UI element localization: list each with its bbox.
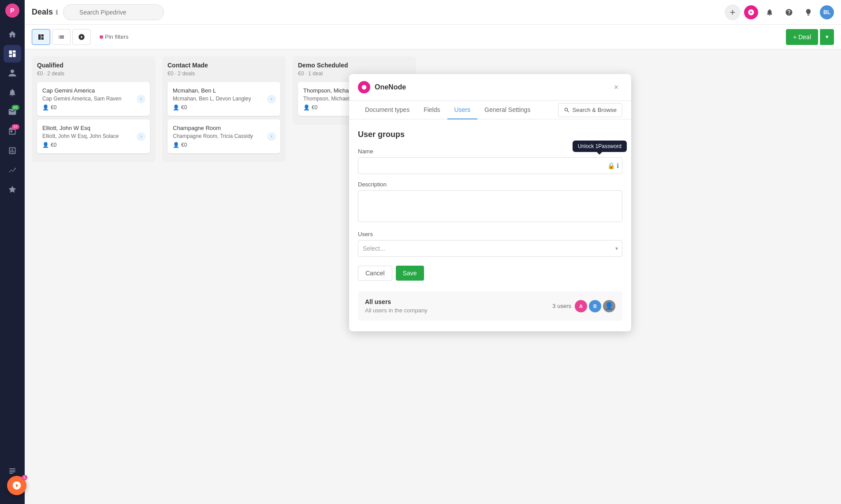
all-users-card[interactable]: All users All users in the company 3 use… (358, 291, 622, 321)
save-button[interactable]: Save (396, 266, 424, 281)
sidebar-floater-button[interactable]: 5 (7, 476, 26, 495)
description-label: Description (358, 181, 622, 188)
column-qualified: Qualified €0 · 2 deals Cap Gemini Americ… (32, 56, 155, 162)
column-meta: €0 · 2 deals (167, 70, 280, 77)
deal-arrow: › (137, 95, 145, 104)
activity-view-button[interactable] (72, 29, 91, 45)
notifications-icon[interactable] (762, 4, 778, 20)
topbar: Deals ℹ 🔍 BL (25, 0, 841, 25)
search-input[interactable] (63, 4, 164, 20)
add-button[interactable] (725, 4, 741, 20)
boards-wrap: Qualified €0 · 2 deals Cap Gemini Americ… (25, 49, 841, 504)
deal-people: Cap Gemini America, Sam Raven (42, 96, 145, 102)
deal-card[interactable]: Elliott, John W Esq Elliott, John W Esq,… (37, 119, 150, 153)
pin-filters[interactable]: Pin filters (100, 33, 128, 40)
sidebar-item-analytics[interactable] (4, 161, 21, 179)
deal-arrow: › (267, 132, 276, 141)
all-users-avatars: A B 👤 (575, 300, 615, 312)
pin-dot (100, 35, 103, 39)
deal-title: Cap Gemini America (42, 87, 145, 94)
deal-people: Mcmahan, Ben L, Devon Langley (173, 96, 275, 102)
deal-amount: 👤 €0 (173, 142, 275, 148)
column-title: Qualified (37, 62, 150, 69)
deal-people: Elliott, John W Esq, John Solace (42, 133, 145, 139)
calendar-badge: 37 (11, 124, 19, 130)
deal-amount: 👤 €0 (42, 104, 145, 111)
modal-body: User groups Name 🔒 ℹ Unlock 1Password De… (349, 119, 631, 331)
sidebar-logo: P (5, 4, 19, 18)
deal-arrow: › (137, 132, 145, 141)
main-content: Deals ℹ 🔍 BL (25, 0, 841, 504)
sidebar-item-deals[interactable] (4, 45, 21, 63)
toolbar: Pin filters + Deal ▾ (25, 25, 841, 49)
deal-arrow: › (267, 95, 276, 104)
sidebar-item-contacts[interactable] (4, 64, 21, 82)
add-deal-button[interactable]: + Deal (786, 29, 818, 45)
modal-tabs: Document types Fields Users General Sett… (349, 101, 631, 119)
user-avatar-3: 👤 (603, 300, 615, 312)
tab-users[interactable]: Users (447, 101, 478, 119)
users-label: Users (358, 231, 622, 237)
deal-amount: 👤 €0 (42, 142, 145, 148)
user-avatar[interactable]: BL (820, 5, 834, 19)
deal-title: Elliott, John W Esq (42, 125, 145, 131)
tab-general-settings[interactable]: General Settings (477, 101, 537, 119)
kanban-view-button[interactable] (32, 29, 50, 45)
column-contact-made: Contact Made €0 · 2 deals Mcmahan, Ben L… (162, 56, 286, 162)
user-avatar-1: A (575, 300, 587, 312)
sidebar-item-reports[interactable] (4, 142, 21, 159)
info-icon[interactable]: ℹ (56, 9, 58, 16)
modal-logo (358, 81, 370, 93)
tooltip-unlock: Unlock 1Password (573, 141, 627, 152)
search-browse-button[interactable]: Search & Browse (558, 103, 622, 117)
deal-card[interactable]: Mcmahan, Ben L Mcmahan, Ben L, Devon Lan… (167, 82, 280, 116)
bulb-icon[interactable] (800, 4, 816, 20)
tab-document-types[interactable]: Document types (358, 101, 417, 119)
topbar-right: BL (725, 4, 834, 20)
page-title: Deals ℹ (32, 7, 58, 17)
all-users-count: 3 users (552, 303, 571, 309)
column-meta: €0 · 2 deals (37, 70, 150, 77)
form-actions: Cancel Save (358, 266, 622, 281)
info-icon: ℹ (617, 162, 619, 169)
tab-fields[interactable]: Fields (417, 101, 447, 119)
column-title: Demo Scheduled (298, 62, 411, 69)
svg-point-0 (362, 85, 367, 90)
help-icon[interactable] (781, 4, 797, 20)
deal-amount: 👤 €0 (173, 104, 275, 111)
deal-title: Mcmahan, Ben L (173, 87, 275, 94)
list-view-button[interactable] (52, 29, 71, 45)
deal-title: Champagne Room (173, 125, 275, 131)
lock-icon: 🔒 (607, 162, 615, 169)
add-deal-dropdown[interactable]: ▾ (820, 29, 834, 45)
name-input-wrap: 🔒 ℹ Unlock 1Password (358, 157, 622, 174)
sidebar-item-home[interactable] (4, 26, 21, 43)
sidebar-item-products[interactable] (4, 181, 21, 198)
sidebar-item-calendar[interactable]: 37 (4, 122, 21, 140)
all-users-description: All users in the company (365, 307, 552, 314)
modal-header: OneNode × (349, 74, 631, 101)
pipedrive-icon (744, 5, 758, 19)
deal-people: Champagne Room, Tricia Cassidy (173, 133, 275, 139)
users-select-wrap: Select... ▾ (358, 240, 622, 257)
sidebar-item-messages[interactable]: 65 (4, 103, 21, 121)
modal-close-button[interactable]: × (610, 81, 622, 93)
cancel-button[interactable]: Cancel (358, 266, 392, 281)
section-title: User groups (358, 130, 622, 139)
sidebar: P 65 37 (0, 0, 25, 504)
search-wrap: 🔍 (63, 4, 222, 20)
name-input[interactable] (358, 157, 622, 174)
deal-card[interactable]: Champagne Room Champagne Room, Tricia Ca… (167, 119, 280, 153)
floater-badge: 5 (22, 475, 27, 480)
users-select[interactable]: Select... (358, 240, 622, 257)
all-users-info: All users All users in the company (365, 298, 552, 314)
user-avatar-2: B (589, 300, 601, 312)
sidebar-item-notifications[interactable] (4, 84, 21, 101)
column-title: Contact Made (167, 62, 280, 69)
messages-badge: 65 (11, 105, 19, 110)
modal-title: OneNode (375, 83, 406, 91)
pin-filters-label: Pin filters (105, 33, 128, 40)
modal-overlay: OneNode × Document types Fields Users Ge… (349, 74, 631, 331)
deal-card[interactable]: Cap Gemini America Cap Gemini America, S… (37, 82, 150, 116)
description-textarea[interactable] (358, 190, 622, 222)
